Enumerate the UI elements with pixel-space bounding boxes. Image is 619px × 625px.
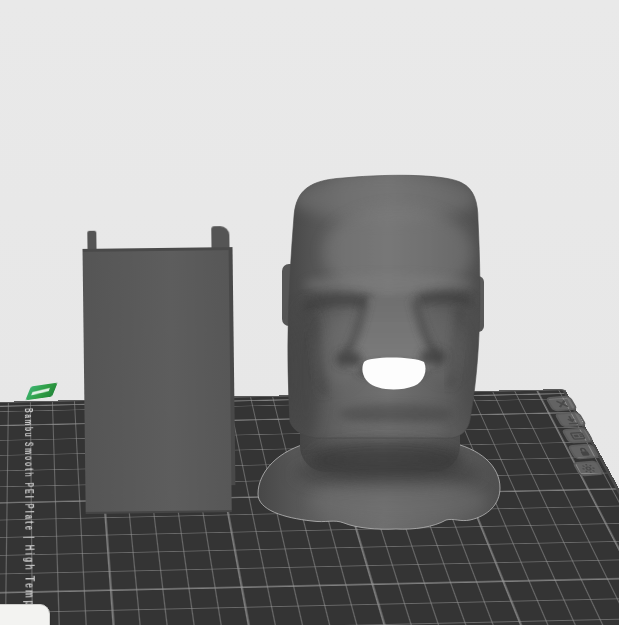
bottom-left-chip[interactable]	[0, 604, 50, 625]
slicer-3d-viewport[interactable]: Bambu Smooth PEI Plate | High Temp Plate	[0, 0, 619, 625]
box-body	[83, 247, 232, 514]
model-box[interactable]	[82, 226, 235, 514]
moai-nose-hole	[362, 358, 425, 390]
plate-label: Bambu Smooth PEI Plate | High Temp Plate	[22, 408, 37, 625]
model-moai[interactable]	[248, 172, 510, 540]
